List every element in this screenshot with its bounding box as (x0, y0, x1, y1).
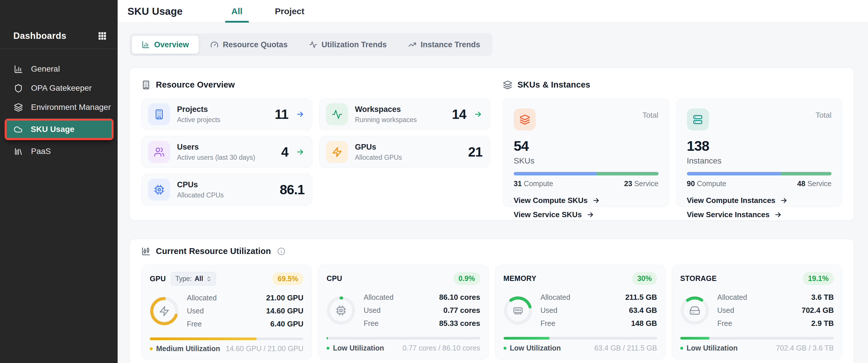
view-compute-instances-link[interactable]: View Compute Instances (687, 196, 832, 205)
trending-up-icon (408, 40, 416, 49)
apps-grid-button[interactable] (97, 31, 107, 41)
sidebar-item-general[interactable]: General (0, 59, 118, 79)
utilization-badge: 19.1% (803, 272, 834, 285)
view-compute-skus-link[interactable]: View Compute SKUs (514, 196, 658, 205)
subtab-utilization-trends[interactable]: Utilization Trends (299, 36, 397, 54)
stat-row: Free148 GB (540, 317, 657, 330)
info-icon[interactable] (277, 247, 285, 255)
util-card-memory: MEMORY 30% Allocated211.5 GB Used63.4 GB… (495, 265, 665, 360)
utilization-card: Current Resource Utilization GPU Type: A… (129, 239, 854, 363)
service-count: 23 Service (624, 179, 658, 188)
gpu-usage-bar (150, 337, 303, 340)
main-area: SKU Usage All Project Overview Resource … (118, 0, 868, 363)
overview-card: Resource Overview Projects Active projec… (129, 67, 854, 221)
status-dot (327, 347, 330, 350)
stat-row: Used14.60 GPU (187, 304, 303, 317)
cpu-icon (154, 185, 164, 195)
active-item-highlight-box: SKU Usage (5, 119, 114, 140)
status-label: Low Utilization (333, 344, 384, 352)
usage-ratio: 63.4 GB / 211.5 GB (594, 344, 657, 352)
storage-usage-bar (680, 337, 834, 339)
sidebar-nav: General OPA Gatekeeper Environment Manag… (0, 49, 118, 161)
page-content: Overview Resource Quotas Utilization Tre… (118, 23, 868, 363)
arrow-right-icon (296, 147, 305, 156)
storage-gauge (680, 296, 709, 325)
tile-cpus[interactable]: CPUs Allocated CPUs 86.1 (142, 174, 312, 205)
status-label: Medium Utilization (156, 344, 220, 353)
sidebar-item-label: OPA Gatekeeper (31, 84, 92, 93)
sidebar-item-environment-manager[interactable]: Environment Manager (0, 98, 118, 117)
page-title: SKU Usage (127, 5, 183, 17)
resource-overview-section: Resource Overview Projects Active projec… (142, 80, 490, 207)
cloud-icon (13, 125, 23, 134)
view-service-instances-link[interactable]: View Service Instances (687, 210, 832, 219)
chevrons-up-down-icon (206, 276, 212, 282)
tile-projects[interactable]: Projects Active projects 11 (142, 98, 312, 130)
arrow-right-icon (586, 211, 594, 219)
page-header: SKU Usage All Project (118, 0, 868, 23)
total-label: Total (815, 111, 832, 120)
section-title: Resource Overview (156, 80, 235, 90)
view-service-skus-link[interactable]: View Service SKUs (514, 210, 658, 219)
cpu-gauge (327, 296, 355, 325)
instances-split-bar (687, 172, 832, 175)
apps-grid-icon (97, 31, 107, 41)
tile-gpus[interactable]: GPUs Allocated GPUs 21 (319, 136, 490, 168)
view-switcher: Overview Resource Quotas Utilization Tre… (129, 33, 492, 56)
tab-project[interactable]: Project (273, 0, 307, 22)
status-dot (150, 347, 153, 350)
bar-chart-icon (14, 65, 23, 74)
skus-split-bar (514, 172, 658, 175)
stat-row: Allocated3.6 TB (717, 291, 834, 304)
tile-users[interactable]: Users Active users (last 30 days) 4 (142, 136, 312, 168)
layers-icon (503, 80, 512, 90)
util-card-gpu: GPU Type: All 69.5% (142, 265, 312, 360)
shield-icon (14, 84, 23, 93)
sidebar-item-label: SKU Usage (31, 125, 74, 134)
memory-usage-bar (503, 337, 657, 339)
skus-total-value: 54 (514, 138, 658, 154)
compute-count: 90 Compute (687, 179, 726, 188)
sidebar-item-opa-gatekeeper[interactable]: OPA Gatekeeper (0, 79, 118, 98)
activity-icon (332, 109, 342, 120)
usage-ratio: 14.60 GPU / 21.00 GPU (226, 344, 303, 353)
tab-all[interactable]: All (229, 0, 245, 22)
instances-label: Instances (687, 156, 832, 166)
gpu-gauge (150, 297, 179, 326)
sidebar-header: Dashboards (0, 0, 118, 49)
hard-drive-icon (689, 305, 700, 316)
tile-workspaces[interactable]: Workspaces Running workspaces 14 (319, 98, 490, 130)
zap-icon (332, 147, 342, 158)
usage-ratio: 702.4 GB / 3.6 TB (776, 344, 834, 352)
subtab-resource-quotas[interactable]: Resource Quotas (200, 36, 298, 54)
sidebar-item-paas[interactable]: PaaS (0, 142, 118, 161)
stat-row: Allocated86.10 cores (364, 291, 480, 304)
building-icon (142, 80, 151, 90)
stat-row: Used702.4 GB (717, 304, 834, 317)
arrow-right-icon (774, 211, 782, 219)
arrow-right-icon (780, 197, 788, 204)
stat-row: Allocated21.00 GPU (187, 291, 303, 304)
scope-tabs: All Project (229, 0, 307, 22)
sidebar-item-sku-usage[interactable]: SKU Usage (7, 121, 112, 138)
gauge-icon (210, 40, 218, 49)
memory-gauge (503, 296, 532, 325)
subtab-instance-trends[interactable]: Instance Trends (398, 36, 490, 54)
sidebar-item-label: PaaS (31, 147, 51, 156)
subtab-overview[interactable]: Overview (132, 36, 199, 54)
gpu-type-select[interactable]: Type: All (171, 272, 216, 286)
status-label: Low Utilization (687, 344, 738, 352)
section-title: SKUs & Instances (518, 80, 590, 90)
instances-card: Total 138 Instances 90 Compute 48 Servic… (676, 98, 842, 207)
candlestick-chart-icon (142, 247, 151, 256)
compute-count: 31 Compute (514, 179, 553, 188)
stat-row: Used63.4 GB (540, 304, 657, 317)
service-count: 48 Service (797, 179, 832, 188)
status-label: Low Utilization (510, 344, 561, 352)
stat-row: Allocated211.5 GB (540, 291, 657, 304)
stat-row: Used0.77 cores (364, 304, 480, 317)
utilization-badge: 69.5% (272, 272, 303, 285)
arrow-right-icon (592, 197, 600, 204)
resource-tiles: Projects Active projects 11 Workspaces R… (142, 98, 490, 205)
layers-icon (520, 114, 530, 125)
